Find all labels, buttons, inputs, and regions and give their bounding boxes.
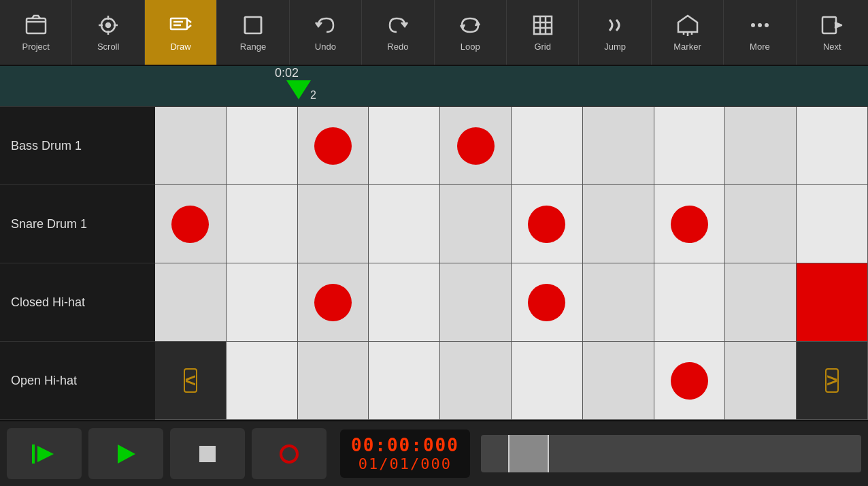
nav-next-cell[interactable]: > — [797, 342, 868, 419]
grid-cell[interactable] — [583, 342, 654, 419]
nav-prev-arrow[interactable]: < — [184, 368, 197, 393]
drum-hit[interactable] — [671, 362, 708, 400]
redo-button[interactable]: Redo — [362, 0, 434, 65]
grid-cell[interactable] — [369, 263, 440, 341]
grid-cell[interactable] — [512, 107, 583, 184]
closed-hihat-row — [155, 263, 868, 342]
track-labels: Bass Drum 1 Snare Drum 1 Closed Hi-hat O… — [0, 66, 155, 420]
svg-point-26 — [765, 23, 769, 27]
drum-hit[interactable] — [528, 284, 565, 321]
grid-cell[interactable] — [227, 107, 298, 184]
beat-digits: 01/01/000 — [358, 455, 452, 472]
play-button[interactable] — [88, 428, 163, 479]
grid-cell[interactable] — [298, 185, 369, 263]
drum-hit[interactable] — [528, 206, 565, 243]
grid-cell[interactable] — [512, 263, 583, 341]
drum-hit[interactable] — [671, 206, 708, 243]
svg-point-25 — [758, 23, 762, 27]
grid-cell[interactable] — [227, 263, 298, 341]
grid-cell[interactable] — [654, 263, 726, 341]
loop-button[interactable]: Loop — [435, 0, 507, 65]
grid-cell[interactable] — [797, 107, 868, 184]
project-button[interactable]: Project — [0, 0, 72, 65]
grid-cell[interactable] — [298, 342, 369, 419]
time-digits: 00:00:000 — [351, 435, 459, 455]
next-button[interactable]: Next — [797, 0, 868, 65]
grid-cell[interactable] — [725, 185, 797, 263]
play-from-start-button[interactable] — [7, 428, 82, 479]
svg-point-2 — [106, 23, 110, 27]
grid-cell[interactable] — [155, 107, 227, 184]
grid-cell[interactable] — [797, 263, 868, 341]
jump-button[interactable]: Jump — [579, 0, 651, 65]
open-hihat-row: < > — [155, 342, 868, 420]
svg-rect-31 — [199, 446, 216, 462]
grid-cell[interactable] — [298, 107, 369, 184]
draw-button[interactable]: Draw — [145, 0, 217, 65]
timeline-marker: 0:02 — [286, 66, 311, 99]
scroll-button[interactable]: Scroll — [72, 0, 144, 65]
grid-cell[interactable] — [583, 263, 654, 341]
drum-hit[interactable] — [171, 206, 209, 243]
track-label-snare-drum: Snare Drum 1 — [0, 185, 155, 263]
grid-cell[interactable] — [725, 263, 797, 341]
grid-cell[interactable] — [583, 185, 654, 263]
bass-drum-row — [155, 107, 868, 185]
record-button[interactable] — [252, 428, 327, 479]
main-area: Bass Drum 1 Snare Drum 1 Closed Hi-hat O… — [0, 66, 868, 420]
marker-button[interactable]: Marker — [652, 0, 724, 65]
timeline-header-label — [0, 66, 155, 107]
svg-rect-12 — [245, 17, 261, 33]
grid-cell[interactable] — [369, 107, 440, 184]
nav-prev-cell[interactable]: < — [155, 342, 227, 419]
stop-button[interactable] — [170, 428, 245, 479]
grid-cell[interactable] — [369, 185, 440, 263]
nav-next-arrow[interactable]: > — [825, 368, 839, 393]
svg-rect-27 — [822, 17, 836, 33]
grid-cell[interactable] — [227, 342, 298, 419]
left-arrow-icon: < — [185, 370, 196, 391]
track-label-open-hihat: Open Hi-hat — [0, 342, 155, 420]
svg-marker-29 — [37, 446, 54, 462]
grid-cell[interactable] — [440, 342, 512, 419]
grid-cell[interactable] — [227, 185, 298, 263]
grid-cell[interactable] — [512, 342, 583, 419]
svg-marker-20 — [678, 16, 697, 32]
grid-cell[interactable] — [440, 263, 512, 341]
drum-hit[interactable] — [314, 127, 352, 165]
grid-cell[interactable] — [654, 107, 726, 184]
grid-cell[interactable] — [155, 185, 227, 263]
svg-rect-0 — [27, 18, 46, 33]
grid-cell[interactable] — [797, 185, 868, 263]
grid-area: 0:02 2 — [155, 66, 868, 420]
playhead-triangle — [286, 80, 311, 99]
drum-hit[interactable] — [314, 284, 352, 321]
position-bar[interactable] — [481, 435, 861, 472]
grid-cell[interactable] — [155, 263, 227, 341]
more-button[interactable]: More — [724, 0, 796, 65]
grid-cell[interactable] — [298, 263, 369, 341]
grid-cell[interactable] — [440, 107, 512, 184]
undo-button[interactable]: Undo — [290, 0, 362, 65]
bottom-controls: 00:00:000 01/01/000 — [0, 420, 868, 486]
timeline-header: 0:02 2 — [155, 66, 868, 107]
range-button[interactable]: Range — [217, 0, 289, 65]
grid-cell[interactable] — [369, 342, 440, 419]
grid-cell[interactable] — [725, 342, 797, 419]
snare-drum-row — [155, 185, 868, 263]
drum-grid[interactable]: < > — [155, 107, 868, 420]
time-display: 00:00:000 01/01/000 — [340, 430, 470, 478]
drum-hit[interactable] — [457, 127, 495, 165]
svg-rect-7 — [171, 18, 187, 29]
grid-button[interactable]: Grid — [507, 0, 579, 65]
grid-cell[interactable] — [440, 185, 512, 263]
grid-cell[interactable] — [583, 107, 654, 184]
svg-line-8 — [188, 20, 191, 22]
grid-cell[interactable] — [512, 185, 583, 263]
grid-cell[interactable] — [725, 107, 797, 184]
svg-line-9 — [188, 25, 191, 28]
track-label-closed-hihat: Closed Hi-hat — [0, 263, 155, 342]
grid-cell[interactable] — [654, 342, 726, 419]
beat-label: 2 — [310, 89, 316, 101]
grid-cell[interactable] — [654, 185, 726, 263]
